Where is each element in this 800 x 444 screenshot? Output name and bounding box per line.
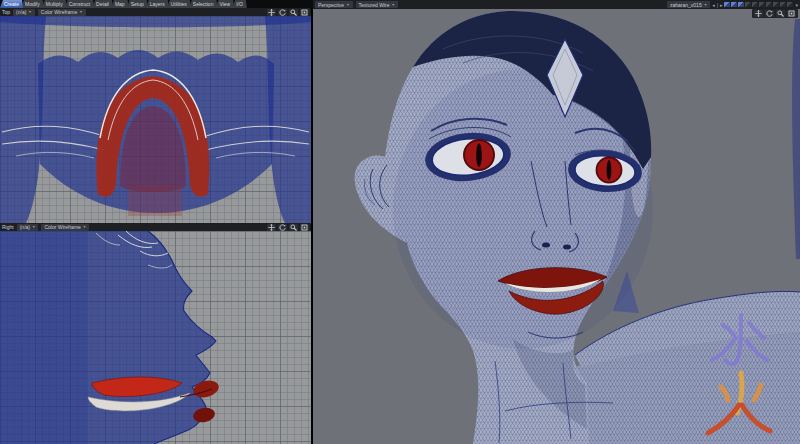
layer-7[interactable] xyxy=(766,2,772,7)
top-view-label[interactable]: Top xyxy=(2,8,10,16)
pan-icon[interactable] xyxy=(267,224,276,231)
layer-prev-icon[interactable]: ◂ xyxy=(712,1,715,9)
tab-construct[interactable]: Construct xyxy=(65,0,94,8)
top-display-mode-label: Color Wireframe xyxy=(41,9,77,15)
rotate-icon[interactable] xyxy=(765,10,774,17)
layer-bank xyxy=(724,2,793,7)
object-name: zaharan_v015 xyxy=(670,2,702,8)
layer-8[interactable] xyxy=(773,2,779,7)
tab-selection[interactable]: Selection xyxy=(189,0,218,8)
top-axis-label: (n/a) xyxy=(16,9,26,15)
layer-4[interactable] xyxy=(745,2,751,7)
tab-create[interactable]: Create xyxy=(0,0,23,8)
perspective-display-mode-label: Textured Wire xyxy=(359,2,390,8)
right-viewport-canvas[interactable] xyxy=(0,231,311,444)
fit-icon[interactable] xyxy=(787,10,796,17)
perspective-viewport-canvas[interactable] xyxy=(313,9,800,444)
menu-tab-bar: CreateModifyMultiplyConstructDetailMapSe… xyxy=(0,0,313,8)
pan-icon[interactable] xyxy=(267,9,276,16)
tab-multiply[interactable]: Multiply xyxy=(42,0,67,8)
tab-utilities[interactable]: Utilities xyxy=(167,0,191,8)
layer-6[interactable] xyxy=(759,2,765,7)
tab-view[interactable]: View xyxy=(215,0,234,8)
perspective-view-label: Perspective xyxy=(318,2,344,8)
tab-setup[interactable]: Setup xyxy=(127,0,148,8)
layer-10[interactable] xyxy=(787,2,793,7)
chevron-down-icon: ▼ xyxy=(391,3,394,7)
chevron-down-icon: ▼ xyxy=(704,3,707,7)
right-display-mode-dropdown[interactable]: Color Wireframe ▼ xyxy=(41,224,89,231)
layer-bank-menu-icon[interactable]: ▾ xyxy=(795,1,798,9)
layer-9[interactable] xyxy=(780,2,786,7)
right-display-mode-label: Color Wireframe xyxy=(44,224,80,230)
layer-3[interactable] xyxy=(738,2,744,7)
perspective-viewport-controls xyxy=(752,9,798,18)
fit-icon[interactable] xyxy=(300,9,309,16)
fit-icon[interactable] xyxy=(300,224,309,231)
rotate-icon[interactable] xyxy=(278,224,287,231)
object-selector-dropdown[interactable]: zaharan_v015 ▼ xyxy=(667,1,710,8)
right-axis-dropdown[interactable]: (n/a) ▼ xyxy=(17,224,39,231)
pan-icon[interactable] xyxy=(754,10,763,17)
layer-5[interactable] xyxy=(752,2,758,7)
chevron-down-icon: ▼ xyxy=(79,10,82,14)
perspective-display-mode-dropdown[interactable]: Textured Wire ▼ xyxy=(356,1,398,8)
chevron-down-icon: ▼ xyxy=(346,3,349,7)
top-viewport-header: Top (n/a) ▼ Color Wireframe ▼ xyxy=(0,8,311,16)
top-viewport-controls xyxy=(267,9,309,16)
right-axis-label: (n/a) xyxy=(20,224,30,230)
right-viewport-controls xyxy=(267,224,309,231)
chevron-down-icon: ▼ xyxy=(83,225,86,229)
right-viewport-header: Right (n/a) ▼ Color Wireframe ▼ xyxy=(0,223,311,231)
layer-2[interactable] xyxy=(731,2,737,7)
chevron-down-icon: ▼ xyxy=(32,225,35,229)
tab-modify[interactable]: Modify xyxy=(21,0,44,8)
layer-divider-icon: | xyxy=(717,1,718,9)
right-view-label[interactable]: Right xyxy=(2,223,14,231)
tab-map[interactable]: Map xyxy=(111,0,129,8)
perspective-view-dropdown[interactable]: Perspective ▼ xyxy=(315,1,353,8)
top-viewport-canvas[interactable] xyxy=(0,16,311,223)
profile-wireframe xyxy=(0,231,311,444)
layer-next-icon[interactable]: ▸ xyxy=(720,1,723,9)
zoom-icon[interactable] xyxy=(289,9,298,16)
top-display-mode-dropdown[interactable]: Color Wireframe ▼ xyxy=(38,9,86,16)
tab-detail[interactable]: Detail xyxy=(92,0,113,8)
top-view-wireframe xyxy=(0,16,311,223)
modeler-app-window: CreateModifyMultiplyConstructDetailMapSe… xyxy=(0,0,800,444)
zoom-icon[interactable] xyxy=(289,224,298,231)
chevron-down-icon: ▼ xyxy=(28,10,31,14)
perspective-viewport-header: Perspective ▼ Textured Wire ▼ zaharan_v0… xyxy=(313,0,800,9)
zoom-icon[interactable] xyxy=(776,10,785,17)
tab-layers[interactable]: Layers xyxy=(146,0,169,8)
rotate-icon[interactable] xyxy=(278,9,287,16)
head-model-render xyxy=(313,9,800,444)
tab-io[interactable]: I/O xyxy=(232,0,247,8)
layer-1[interactable] xyxy=(724,2,730,7)
top-axis-dropdown[interactable]: (n/a) ▼ xyxy=(13,9,35,16)
